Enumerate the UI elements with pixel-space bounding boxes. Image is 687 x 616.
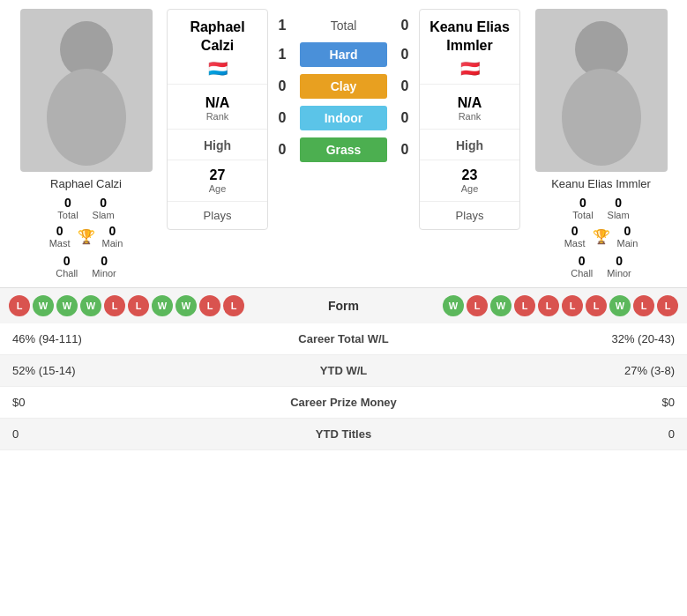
right-age-value: 23 <box>420 167 519 183</box>
left-high-section: High <box>168 130 267 160</box>
right-chall-stat: 0 Chall <box>571 254 593 278</box>
form-bubble: L <box>514 295 535 316</box>
right-mast-value: 0 <box>571 224 579 238</box>
right-minor-label: Minor <box>607 268 631 278</box>
right-trophy-row: 0 Mast 🏆 0 Main <box>564 224 638 249</box>
left-form-bubbles: LWWWLLWWLL <box>9 295 244 316</box>
indoor-right-score: 0 <box>394 110 415 126</box>
right-stats-row1: 0 Total 0 Slam <box>572 196 629 220</box>
form-bubble: L <box>467 295 488 316</box>
left-player-avatar <box>20 9 153 172</box>
form-bubble: L <box>562 295 583 316</box>
right-main-label: Main <box>617 238 638 249</box>
form-bubble: L <box>538 295 559 316</box>
right-main-value: 0 <box>624 224 631 238</box>
form-bubble: L <box>199 295 220 316</box>
right-player-name: Keanu Elias Immler <box>551 177 651 190</box>
total-label: Total <box>293 19 394 33</box>
courts-panel: 1 Total 0 1 Hard 0 0 Clay 0 0 <box>272 9 415 230</box>
stats-table: 46% (94-111)Career Total W/L32% (20-43)5… <box>0 323 687 450</box>
form-bubble: W <box>175 295 197 316</box>
left-chall-value: 0 <box>63 254 71 268</box>
right-chall-label: Chall <box>571 268 593 278</box>
left-chall-label: Chall <box>56 268 78 278</box>
form-bubble: L <box>633 295 654 316</box>
stats-right-value: 32% (20-43) <box>446 323 687 355</box>
right-minor-value: 0 <box>616 254 623 268</box>
left-stats-row1: 0 Total 0 Slam <box>57 196 114 220</box>
left-rank-label: Rank <box>168 111 267 122</box>
form-bubble: L <box>104 295 125 316</box>
stats-right-value: 0 <box>446 419 687 450</box>
stats-right-value: 27% (3-8) <box>446 355 687 387</box>
left-main-value: 0 <box>109 224 116 238</box>
right-plays-label: Plays <box>420 209 519 222</box>
left-mast-label: Mast <box>49 238 71 249</box>
form-label: Form <box>244 299 443 313</box>
indoor-left-score: 0 <box>272 110 293 126</box>
left-main-stat: 0 Main <box>102 224 123 249</box>
left-age-label: Age <box>168 183 267 194</box>
left-player-name-panel: RaphaelCalzi 🇱🇺 <box>168 10 267 85</box>
right-slam-value: 0 <box>615 196 622 210</box>
left-mast-value: 0 <box>56 224 63 238</box>
grass-left-score: 0 <box>272 142 293 158</box>
right-slam-label: Slam <box>608 210 630 220</box>
left-total-value: 0 <box>64 196 71 210</box>
left-slam-value: 0 <box>100 196 107 210</box>
left-rank-value: N/A <box>168 95 267 111</box>
hard-left-score: 1 <box>272 47 293 63</box>
left-total-label: Total <box>57 210 78 220</box>
center-area: RaphaelCalzi 🇱🇺 N/A Rank High 27 Age Pla… <box>167 9 520 230</box>
right-player-area: Keanu Elias Immler 0 Total 0 Slam 0 Mast… <box>524 9 678 278</box>
left-minor-stat: 0 Minor <box>92 254 116 278</box>
court-row-indoor: 0 Indoor 0 <box>272 106 415 130</box>
stats-left-value: $0 <box>0 387 241 419</box>
left-plays-label: Plays <box>168 209 267 222</box>
left-minor-value: 0 <box>101 254 108 268</box>
left-slam-label: Slam <box>93 210 115 220</box>
stats-row: 52% (15-14)YTD W/L27% (3-8) <box>0 355 687 387</box>
right-mast-label: Mast <box>564 238 586 249</box>
left-high-label: High <box>168 138 267 152</box>
grass-button[interactable]: Grass <box>300 137 387 162</box>
indoor-button[interactable]: Indoor <box>300 106 387 130</box>
form-bubble: W <box>490 295 512 316</box>
form-bubble: W <box>56 295 78 316</box>
total-right-score: 0 <box>394 18 415 33</box>
clay-right-score: 0 <box>394 78 415 94</box>
left-trophy-icon: 🏆 <box>78 228 95 245</box>
form-section: LWWWLLWWLL Form WLWLLLLWLL <box>0 287 687 323</box>
form-bubble: L <box>128 295 149 316</box>
right-trophy-icon: 🏆 <box>593 228 610 245</box>
right-center-panel: Keanu EliasImmler 🇦🇹 N/A Rank High 23 Ag… <box>419 9 520 230</box>
form-bubble: W <box>443 295 464 316</box>
right-high-section: High <box>420 130 519 160</box>
stats-row: 0YTD Titles0 <box>0 419 687 450</box>
left-player-area: Raphael Calzi 0 Total 0 Slam 0 Mast 🏆 <box>9 9 163 278</box>
court-row-clay: 0 Clay 0 <box>272 74 415 99</box>
form-bubble: L <box>657 295 678 316</box>
hard-right-score: 0 <box>394 47 415 63</box>
stats-left-value: 0 <box>0 419 241 450</box>
svg-point-3 <box>562 69 641 166</box>
left-center-panel: RaphaelCalzi 🇱🇺 N/A Rank High 27 Age Pla… <box>167 9 268 230</box>
stats-center-label: Career Total W/L <box>241 323 447 355</box>
right-total-label: Total <box>572 210 593 220</box>
left-trophy-row: 0 Mast 🏆 0 Main <box>49 224 123 249</box>
right-chall-value: 0 <box>579 254 586 268</box>
form-bubble: L <box>223 295 244 316</box>
stats-left-value: 52% (15-14) <box>0 355 241 387</box>
court-row-grass: 0 Grass 0 <box>272 137 415 162</box>
right-player-avatar <box>535 9 668 172</box>
right-plays-section: Plays <box>420 202 519 229</box>
right-name-big: Keanu EliasImmler <box>427 19 512 56</box>
left-rank-section: N/A Rank <box>168 85 267 130</box>
stats-center-label: Career Prize Money <box>241 387 447 419</box>
left-flag: 🇱🇺 <box>175 59 260 78</box>
left-mast-stat: 0 Mast <box>49 224 71 249</box>
right-slam-stat: 0 Slam <box>608 196 630 220</box>
clay-button[interactable]: Clay <box>300 74 387 99</box>
left-main-label: Main <box>102 238 123 249</box>
hard-button[interactable]: Hard <box>300 42 387 67</box>
